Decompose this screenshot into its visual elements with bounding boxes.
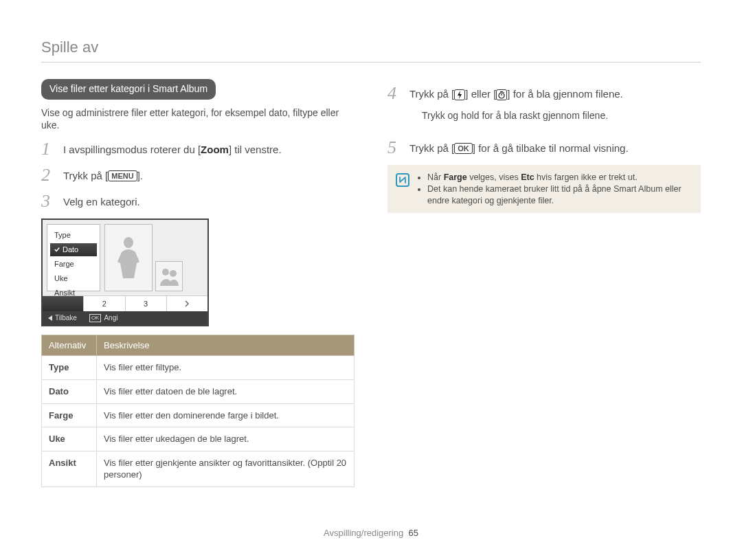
s1-bold: Zoom [201, 144, 229, 155]
strip-cell [167, 296, 207, 311]
step-number-4: 4 [387, 85, 401, 102]
step-5-text: Trykk på [OK] for å gå tilbake til norma… [409, 139, 629, 155]
flash-icon [454, 89, 465, 100]
mock-menu-item: Uke [50, 272, 97, 285]
step-2-text: Trykk på [MENU]. [63, 166, 143, 183]
mock-category-menu: Type Dato Farge Uke Ansikt [47, 224, 100, 291]
s4-post: ] for å bla gjennom filene. [507, 88, 622, 100]
ok-icon: OK [454, 143, 473, 154]
triangle-left-icon [48, 315, 52, 321]
note-item: Når Farge velges, vises Etc hvis fargen … [427, 172, 693, 183]
note-info-icon [396, 173, 409, 187]
mock-menu-item: Type [50, 229, 97, 242]
s5-post: ] for å gå tilbake til normal visning. [473, 142, 629, 154]
note-list: Når Farge velges, vises Etc hvis fargen … [416, 172, 693, 207]
strip-cell [43, 296, 84, 311]
step-1-text: I avspillingsmodus roterer du [Zoom] til… [63, 140, 282, 157]
camera-ui-mock: Type Dato Farge Uke Ansikt [41, 219, 209, 326]
mock-page-strip: 2 3 [43, 295, 207, 311]
mock-back: Tilbake [48, 313, 77, 323]
s5-pre: Trykk på [ [409, 142, 454, 154]
page-number: 65 [408, 528, 418, 538]
note-box: Når Farge velges, vises Etc hvis fargen … [387, 165, 701, 214]
person-silhouette-icon [112, 230, 145, 285]
page-footer: Avspilling/redigering 65 [0, 527, 742, 539]
mock-menu-item-label: Dato [63, 245, 78, 254]
opt-key: Dato [42, 379, 97, 403]
section-title: Spille av [41, 37, 701, 58]
opt-key: Type [42, 356, 97, 380]
opt-val: Vis filer etter datoen de ble lagret. [97, 379, 355, 403]
intro-paragraph: Vise og administrere filer etter kategor… [41, 107, 355, 133]
svg-point-1 [170, 270, 177, 277]
mock-thumb-small [155, 261, 183, 291]
s4-pre: Trykk på [ [409, 88, 454, 100]
mock-footer-bar: Tilbake OK Angi [43, 311, 207, 325]
subsection-pill: Vise filer etter kategori i Smart Album [41, 79, 216, 100]
opt-val: Vis filer etter den dominerende farge i … [97, 403, 355, 427]
mock-back-label: Tilbake [55, 313, 77, 323]
n1-b1: Farge [444, 172, 467, 182]
opt-key: Farge [42, 403, 97, 427]
mock-top: Type Dato Farge Uke Ansikt [43, 220, 207, 295]
mock-menu-item-selected: Dato [50, 243, 97, 256]
footer-label: Avspilling/redigering [324, 528, 403, 538]
n1-post: hvis fargen ikke er trekt ut. [535, 172, 638, 182]
mock-set: OK Angi [89, 313, 118, 323]
sub-bullet: Trykk og hold for å bla raskt gjennom fi… [422, 109, 623, 122]
mock-menu-item: Farge [50, 258, 97, 271]
table-row: Farge Vis filer etter den dominerende fa… [42, 403, 355, 427]
check-icon [54, 247, 60, 252]
th-alternativ: Alternativ [42, 335, 97, 356]
n1-pre: Når [427, 172, 444, 182]
note-item: Det kan hende kameraet bruker litt tid p… [427, 183, 693, 207]
opt-val: Vis filer etter ukedagen de ble lagret. [97, 427, 355, 451]
step-number-5: 5 [387, 139, 401, 157]
mock-thumbnails [104, 224, 203, 291]
opt-key: Uke [42, 427, 97, 451]
strip-cell: 3 [126, 296, 167, 311]
ok-mini-icon: OK [89, 314, 102, 322]
opt-key: Ansikt [42, 451, 97, 486]
step-number-1: 1 [41, 140, 55, 158]
left-column: Vise filer etter kategori i Smart Album … [41, 79, 355, 487]
table-row: Dato Vis filer etter datoen de ble lagre… [42, 379, 355, 403]
table-row: Ansikt Vis filer etter gjenkjente ansikt… [42, 451, 355, 486]
step-number-2: 2 [41, 166, 55, 184]
strip-cell: 2 [84, 296, 125, 311]
opt-val: Vis filer etter gjenkjente ansikter og f… [97, 451, 355, 486]
step-number-3: 3 [41, 192, 55, 210]
steps-list-left: 1 I avspillingsmodus roterer du [Zoom] t… [41, 140, 355, 210]
step-4-text: Trykk på [] eller [] for å bla gjennom f… [409, 85, 623, 131]
chevron-right-icon [184, 300, 190, 307]
timer-icon [496, 89, 507, 100]
opt-val: Vis filer etter filtype. [97, 356, 355, 380]
n1-mid: velges, vises [467, 172, 521, 182]
menu-icon: MENU [108, 170, 137, 181]
s2-post: ]. [137, 170, 143, 181]
s1-pre: I avspillingsmodus roterer du [ [63, 144, 201, 155]
mock-thumb-large [104, 224, 153, 291]
n1-b2: Etc [521, 172, 534, 182]
steps-list-right: 4 Trykk på [] eller [] for å bla gjennom… [387, 85, 701, 157]
th-beskrivelse: Beskrivelse [97, 335, 355, 356]
step-3-text: Velg en kategori. [63, 192, 140, 209]
right-column: 4 Trykk på [] eller [] for å bla gjennom… [387, 79, 701, 214]
s2-pre: Trykk på [ [63, 170, 108, 181]
table-row: Uke Vis filer etter ukedagen de ble lagr… [42, 427, 355, 451]
title-rule [41, 62, 701, 63]
two-column-layout: Vise filer etter kategori i Smart Album … [41, 79, 701, 487]
options-table: Alternativ Beskrivelse Type Vis filer et… [41, 335, 355, 487]
table-row: Type Vis filer etter filtype. [42, 356, 355, 380]
s1-post: ] til venstre. [229, 144, 282, 155]
svg-point-0 [162, 269, 169, 276]
s4-mid: ] eller [ [465, 88, 496, 100]
people-silhouette-icon [158, 265, 180, 287]
step-4-subbullets: Trykk og hold for å bla raskt gjennom fi… [409, 109, 623, 122]
mock-set-label: Angi [104, 313, 117, 323]
